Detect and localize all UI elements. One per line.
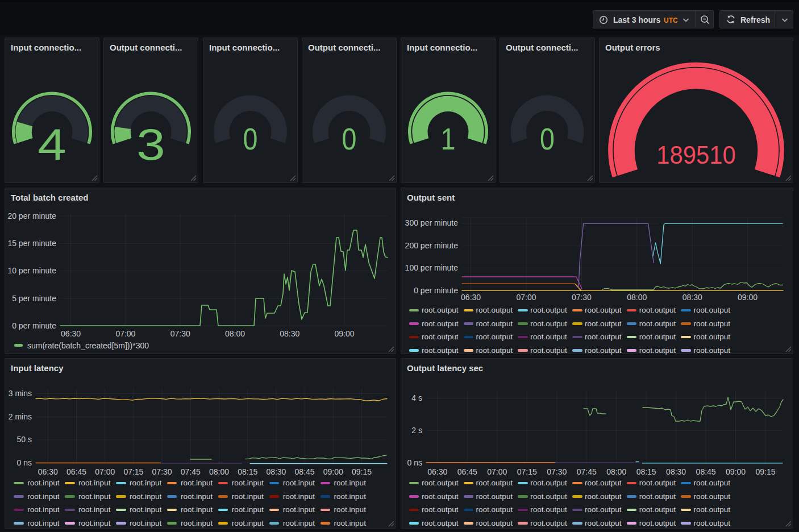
svg-text:200 per minute: 200 per minute [405, 241, 459, 250]
svg-text:06:30: 06:30 [61, 329, 81, 338]
svg-text:3: 3 [136, 119, 165, 169]
svg-text:06:30: 06:30 [427, 467, 447, 476]
svg-text:07:45: 07:45 [181, 467, 201, 476]
svg-text:07:30: 07:30 [547, 467, 567, 476]
svg-text:09:00: 09:00 [726, 467, 746, 476]
svg-text:15 per minute: 15 per minute [7, 239, 56, 248]
svg-text:07:00: 07:00 [115, 329, 135, 338]
svg-text:07:30: 07:30 [572, 293, 592, 302]
svg-text:08:30: 08:30 [280, 329, 299, 338]
svg-text:2 s: 2 s [411, 426, 422, 435]
svg-text:07:00: 07:00 [487, 467, 507, 476]
svg-text:08:00: 08:00 [225, 329, 245, 338]
svg-text:07:00: 07:00 [516, 293, 536, 302]
svg-text:0: 0 [243, 122, 258, 156]
svg-text:08:15: 08:15 [636, 467, 656, 476]
svg-text:5 per minute: 5 per minute [12, 294, 56, 303]
svg-text:50 s: 50 s [17, 435, 32, 444]
svg-text:09:00: 09:00 [738, 293, 758, 302]
svg-text:0: 0 [342, 122, 357, 156]
svg-text:07:00: 07:00 [95, 467, 115, 476]
svg-text:09:15: 09:15 [756, 467, 776, 476]
svg-text:189510: 189510 [656, 141, 735, 169]
svg-text:08:00: 08:00 [627, 293, 647, 302]
svg-text:07:15: 07:15 [517, 467, 537, 476]
svg-text:06:30: 06:30 [461, 293, 481, 302]
svg-text:1: 1 [441, 122, 456, 156]
svg-text:08:45: 08:45 [295, 467, 315, 476]
svg-text:07:30: 07:30 [152, 467, 172, 476]
svg-text:2 mins: 2 mins [9, 412, 32, 421]
svg-text:07:15: 07:15 [123, 467, 143, 476]
svg-text:08:30: 08:30 [683, 293, 702, 302]
svg-text:06:30: 06:30 [38, 467, 58, 476]
svg-text:10 per minute: 10 per minute [7, 266, 56, 275]
svg-text:06:45: 06:45 [66, 467, 86, 476]
svg-text:20 per minute: 20 per minute [7, 211, 56, 221]
svg-text:09:15: 09:15 [352, 467, 372, 476]
svg-text:08:45: 08:45 [696, 467, 716, 476]
svg-text:0 ns: 0 ns [407, 458, 422, 467]
svg-text:06:45: 06:45 [457, 467, 477, 476]
svg-text:0: 0 [540, 122, 555, 156]
svg-text:09:00: 09:00 [335, 329, 355, 338]
svg-text:09:00: 09:00 [323, 467, 343, 476]
svg-text:08:30: 08:30 [666, 467, 686, 476]
svg-text:0 per minute: 0 per minute [414, 286, 458, 295]
svg-text:0 per minute: 0 per minute [12, 321, 56, 330]
svg-text:0 ns: 0 ns [17, 458, 32, 467]
svg-text:07:30: 07:30 [170, 329, 190, 338]
svg-text:07:45: 07:45 [577, 467, 597, 476]
svg-text:08:00: 08:00 [209, 467, 229, 476]
svg-text:08:30: 08:30 [266, 467, 286, 476]
svg-text:300 per minute: 300 per minute [405, 218, 459, 227]
svg-text:3 mins: 3 mins [9, 389, 32, 398]
svg-text:08:00: 08:00 [606, 467, 626, 476]
svg-text:100 per minute: 100 per minute [405, 263, 459, 272]
svg-text:4 s: 4 s [411, 393, 422, 402]
svg-text:08:15: 08:15 [238, 467, 257, 476]
svg-text:4: 4 [38, 119, 66, 169]
